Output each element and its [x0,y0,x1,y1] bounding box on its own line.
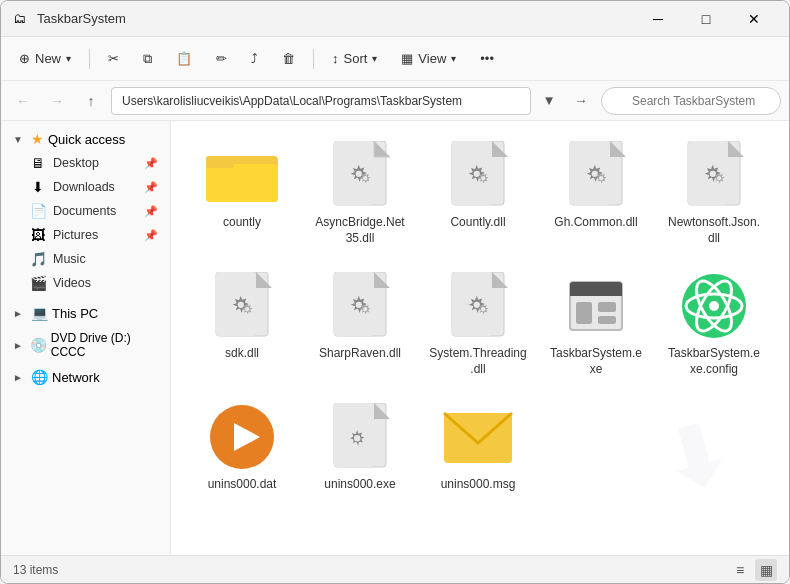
svg-point-45 [363,307,367,311]
file-sdk[interactable]: sdk.dll [187,262,297,385]
share-icon: ⤴ [251,51,258,66]
sidebar-item-music[interactable]: 🎵 Music [5,247,166,271]
paste-icon: 📋 [176,51,192,66]
file-label-unins000dat: unins000.dat [208,477,277,493]
search-input[interactable] [601,87,781,115]
back-button[interactable]: ← [9,87,37,115]
sort-button[interactable]: ↕ Sort ▾ [322,43,387,75]
sidebar-item-videos[interactable]: 🎬 Videos [5,271,166,295]
network-label: Network [52,370,100,385]
address-forward-button[interactable]: → [567,87,595,115]
file-unins000msg[interactable]: unins000.msg [423,393,533,501]
sidebar-item-desktop[interactable]: 🖥 Desktop 📌 [5,151,166,175]
file-taskbarsystemexe[interactable]: TaskbarSystem.exe [541,262,651,385]
list-view-button[interactable]: ≡ [729,559,751,581]
address-input[interactable] [111,87,531,115]
svg-rect-54 [570,282,622,296]
sidebar-this-pc-header[interactable]: ► 💻 This PC [5,301,166,325]
more-button[interactable]: ••• [470,43,504,75]
address-chevron-button[interactable]: ▼ [537,87,561,115]
dll-icon-ghcommon [560,139,632,211]
file-unins000dat[interactable]: unins000.dat [187,393,297,501]
cut-button[interactable]: ✂ [98,43,129,75]
file-systemthreading[interactable]: System.Threading.dll [423,262,533,385]
view-icon: ▦ [401,51,413,66]
this-pc-icon: 💻 [31,305,48,321]
svg-point-31 [717,176,721,180]
dat-icon-unins000 [206,401,278,473]
network-icon: 🌐 [31,369,48,385]
file-newtonsoft[interactable]: Newtonsoft.Json.dll [659,131,769,254]
file-ghcommon[interactable]: Gh.Common.dll [541,131,651,254]
grid-view-button[interactable]: ▦ [755,559,777,581]
up-button[interactable]: ↑ [77,87,105,115]
view-chevron-icon: ▾ [451,53,456,64]
minimize-button[interactable]: ─ [635,3,681,35]
quick-access-label: Quick access [48,132,125,147]
rename-icon: ✏ [216,51,227,66]
delete-icon: 🗑 [282,51,295,66]
desktop-icon: 🖥 [29,155,47,171]
toolbar-sep-1 [89,49,90,69]
pin-icon-downloads: 📌 [144,181,158,194]
statusbar-count: 13 items [13,563,58,577]
file-label-taskbarsystemexe: TaskbarSystem.exe [547,346,645,377]
window-title: TaskbarSystem [37,11,635,26]
maximize-button[interactable]: □ [683,3,729,35]
svg-point-17 [481,176,485,180]
sidebar-item-pictures[interactable]: 🖼 Pictures 📌 [5,223,166,247]
file-label-ghcommon: Gh.Common.dll [554,215,637,231]
downloads-icon: ⬇ [29,179,47,195]
dll-icon-sharpraven [324,270,396,342]
copy-icon: ⧉ [143,51,152,67]
copy-button[interactable]: ⧉ [133,43,162,75]
main-content: countly [171,121,789,555]
file-taskbarsystemconfig[interactable]: TaskbarSystem.exe.config [659,262,769,385]
file-label-countly: countly [223,215,261,231]
file-sharpraven[interactable]: SharpRaven.dll [305,262,415,385]
dll-icon-systemthreading [442,270,514,342]
documents-icon: 📄 [29,203,47,219]
svg-point-8 [356,171,362,177]
svg-point-22 [592,171,598,177]
sidebar-dvd-header[interactable]: ► 💿 DVD Drive (D:) CCCC [5,327,166,363]
svg-point-50 [474,302,480,308]
sidebar-item-documents[interactable]: 📄 Documents 📌 [5,199,166,223]
toolbar: ⊕ New ▾ ✂ ⧉ 📋 ✏ ⤴ 🗑 ↕ Sort ▾ ▦ [1,37,789,81]
view-button[interactable]: ▦ View ▾ [391,43,466,75]
new-label: New [35,51,61,66]
addressbar: ← → ↑ ▼ → 🔍 [1,81,789,121]
delete-button[interactable]: 🗑 [272,43,305,75]
rename-button[interactable]: ✏ [206,43,237,75]
this-pc-chevron-icon: ► [13,308,27,319]
quick-access-star-icon: ★ [31,131,44,147]
pin-icon-documents: 📌 [144,205,158,218]
sidebar-network-section: ► 🌐 Network [1,365,170,389]
dvd-label: DVD Drive (D:) CCCC [51,331,158,359]
share-button[interactable]: ⤴ [241,43,268,75]
sidebar-item-downloads[interactable]: ⬇ Downloads 📌 [5,175,166,199]
plus-icon: ⊕ [19,51,30,66]
file-unins000exe[interactable]: unins000.exe [305,393,415,501]
file-label-unins000exe: unins000.exe [324,477,395,493]
file-label-asyncbridge: AsyncBridge.Net 35.dll [311,215,409,246]
sidebar-quick-access-header[interactable]: ▼ ★ Quick access [5,127,166,151]
new-button[interactable]: ⊕ New ▾ [9,43,81,75]
window-controls: ─ □ ✕ [635,3,777,35]
forward-button[interactable]: → [43,87,71,115]
file-countly[interactable]: countly [187,131,297,254]
close-button[interactable]: ✕ [731,3,777,35]
svg-point-52 [481,307,485,311]
sidebar-network-header[interactable]: ► 🌐 Network [5,365,166,389]
files-grid: countly [187,131,773,501]
paste-button[interactable]: 📋 [166,43,202,75]
file-asyncbridge[interactable]: AsyncBridge.Net 35.dll [305,131,415,254]
sort-icon: ↕ [332,51,339,66]
more-icon: ••• [480,51,494,66]
sort-chevron-icon: ▾ [372,53,377,64]
svg-point-36 [238,302,244,308]
file-label-sdk: sdk.dll [225,346,259,362]
dvd-icon: 💿 [30,337,47,353]
file-countlydll[interactable]: Countly.dll [423,131,533,254]
file-label-unins000msg: unins000.msg [441,477,516,493]
